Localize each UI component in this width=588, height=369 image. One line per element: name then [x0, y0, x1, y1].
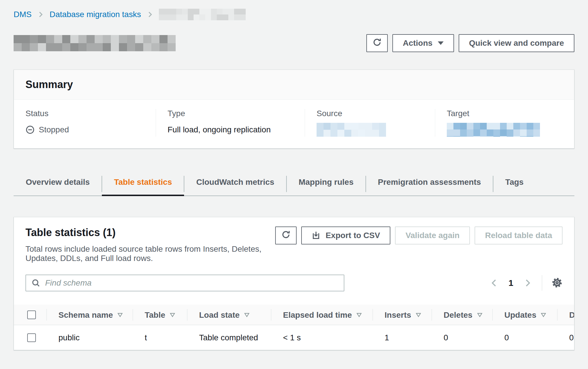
- previous-page-button[interactable]: [489, 278, 499, 288]
- redacted-breadcrumb-task-name: [159, 9, 246, 20]
- caret-down-icon: [438, 41, 444, 45]
- tab-overview-details[interactable]: Overview details: [14, 171, 102, 196]
- status-value: Stopped: [25, 123, 144, 137]
- pagination: 1: [489, 278, 532, 288]
- actions-button[interactable]: Actions: [392, 34, 454, 52]
- tab-premigration-assessments[interactable]: Premigration assessments: [366, 171, 493, 196]
- target-value: [447, 123, 563, 137]
- tab-cloudwatch-metrics[interactable]: CloudWatch metrics: [184, 171, 286, 196]
- cell-table: t: [133, 325, 187, 350]
- sort-icon: [356, 312, 362, 318]
- row-select-cell: [14, 325, 46, 350]
- table-statistics-title: Table statistics (1): [25, 226, 275, 239]
- table-toolbar: 1: [25, 275, 563, 291]
- column-header-table[interactable]: Table: [133, 305, 187, 325]
- find-schema-input[interactable]: [25, 275, 344, 291]
- validate-again-button[interactable]: Validate again: [395, 226, 470, 244]
- tab-tags[interactable]: Tags: [493, 171, 536, 196]
- table-settings-button[interactable]: [552, 277, 563, 289]
- breadcrumb-link-dms[interactable]: DMS: [14, 10, 32, 19]
- cell-inserts: 1: [372, 325, 431, 350]
- tabs: Overview detailsTable statisticsCloudWat…: [14, 171, 574, 196]
- refresh-icon: [372, 38, 382, 49]
- status-text: Stopped: [39, 125, 69, 134]
- row-checkbox[interactable]: [27, 333, 36, 342]
- column-label: Load state: [199, 310, 240, 319]
- table-statistics-panel: Table statistics (1) Total rows include …: [14, 217, 574, 350]
- quick-view-label: Quick view and compare: [469, 39, 564, 48]
- column-label: Inserts: [385, 310, 411, 319]
- sort-icon: [477, 312, 483, 318]
- cell-deletes: 0: [431, 325, 492, 350]
- source-label: Source: [317, 109, 423, 118]
- redacted-source-endpoint: [317, 123, 388, 137]
- sort-icon: [415, 312, 422, 318]
- schema-search: [25, 275, 344, 291]
- validate-again-label: Validate again: [405, 231, 460, 240]
- refresh-button[interactable]: [366, 34, 388, 52]
- source-value: [317, 123, 423, 137]
- reload-table-data-label: Reload table data: [485, 231, 552, 240]
- column-header-load-state[interactable]: Load state: [187, 305, 271, 325]
- column-header-d: D: [557, 305, 574, 325]
- next-page-button[interactable]: [523, 278, 532, 288]
- redacted-target-endpoint: [447, 123, 540, 137]
- sort-icon: [244, 312, 250, 318]
- breadcrumb: DMS Database migration tasks: [14, 0, 574, 20]
- column-label: D: [569, 310, 574, 319]
- table-statistics-table: Schema nameTableLoad stateElapsed load t…: [14, 305, 574, 350]
- actions-button-label: Actions: [403, 39, 433, 48]
- current-page-number[interactable]: 1: [508, 278, 513, 288]
- export-to-csv-button[interactable]: Export to CSV: [301, 226, 390, 244]
- select-all-checkbox[interactable]: [27, 310, 36, 319]
- column-header-inserts[interactable]: Inserts: [372, 305, 431, 325]
- summary-body: Status Stopped Type Full load, ongoing r…: [14, 100, 574, 148]
- cell-d: 0: [557, 325, 574, 350]
- table-statistics-description: Total rows include loaded source table r…: [25, 244, 275, 263]
- reload-table-data-button[interactable]: Reload table data: [475, 226, 563, 244]
- table-row: publictTable completed< 1 s1000: [14, 325, 574, 350]
- summary-panel-header: Summary: [14, 70, 574, 100]
- column-label: Table: [145, 310, 165, 319]
- summary-field-target: Target: [435, 109, 574, 137]
- export-to-csv-label: Export to CSV: [326, 231, 380, 240]
- target-label: Target: [447, 109, 563, 118]
- select-all-header-cell: [14, 305, 46, 325]
- table-statistics-table-wrap: Schema nameTableLoad stateElapsed load t…: [14, 305, 574, 350]
- cell-load-state: Table completed: [187, 325, 271, 350]
- table-statistics-header: Table statistics (1) Total rows include …: [14, 217, 574, 263]
- tab-table-statistics[interactable]: Table statistics: [102, 171, 184, 196]
- summary-field-type: Type Full load, ongoing replication: [156, 109, 305, 137]
- chevron-right-icon: [146, 11, 154, 18]
- refresh-icon: [281, 230, 291, 241]
- chevron-right-icon: [37, 11, 44, 18]
- column-header-elapsed-load-time[interactable]: Elapsed load time: [271, 305, 372, 325]
- summary-title: Summary: [25, 78, 563, 91]
- summary-field-source: Source: [305, 109, 435, 137]
- cell-elapsed-load-time: < 1 s: [271, 325, 372, 350]
- tab-mapping-rules[interactable]: Mapping rules: [286, 171, 366, 196]
- gear-icon: [552, 277, 563, 289]
- table-statistics-actions: Export to CSV Validate again Reload tabl…: [275, 226, 563, 244]
- column-header-deletes[interactable]: Deletes: [431, 305, 492, 325]
- column-label: Schema name: [58, 310, 113, 319]
- page-header: Actions Quick view and compare: [14, 34, 574, 52]
- summary-panel: Summary Status Stopped Type: [14, 70, 574, 149]
- cell-updates: 0: [492, 325, 557, 350]
- column-label: Deletes: [444, 310, 473, 319]
- cell-schema-name: public: [46, 325, 133, 350]
- stopped-circle-minus-icon: [25, 125, 35, 134]
- breadcrumb-link-tasks[interactable]: Database migration tasks: [49, 10, 141, 19]
- status-label: Status: [25, 109, 144, 118]
- search-icon: [31, 278, 41, 289]
- header-actions: Actions Quick view and compare: [366, 34, 574, 52]
- quick-view-compare-button[interactable]: Quick view and compare: [459, 34, 574, 52]
- column-header-updates[interactable]: Updates: [492, 305, 557, 325]
- download-icon: [312, 231, 320, 240]
- table-refresh-button[interactable]: [275, 226, 297, 244]
- column-header-schema-name[interactable]: Schema name: [46, 305, 133, 325]
- type-label: Type: [168, 109, 293, 118]
- type-value: Full load, ongoing replication: [168, 123, 293, 137]
- sort-icon: [540, 312, 547, 318]
- sort-icon: [117, 312, 123, 318]
